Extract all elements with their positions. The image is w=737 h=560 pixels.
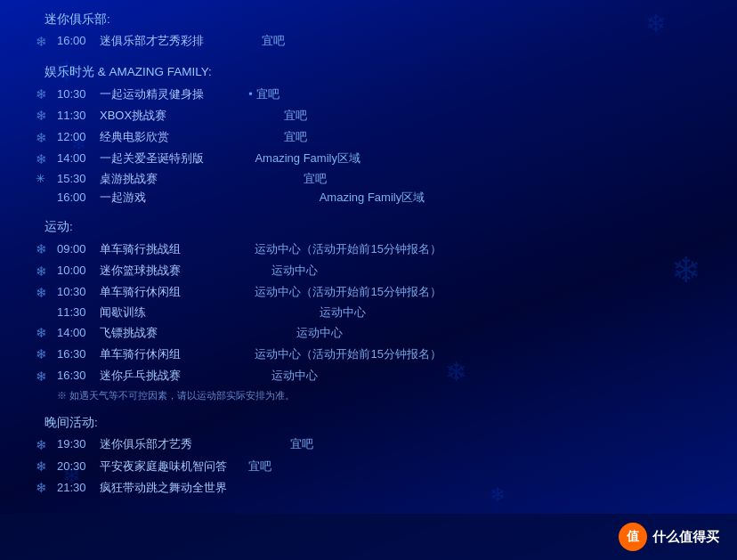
sports-icon-7: ❄ bbox=[36, 366, 57, 386]
sports-icon-5: ❄ bbox=[36, 322, 57, 343]
sports-act-6: 单车骑行休闲组 bbox=[100, 345, 242, 363]
ent-loc-5: 宜吧 bbox=[304, 170, 327, 188]
sports-loc-1: 运动中心（活动开始前15分钟报名） bbox=[255, 240, 441, 258]
sports-note: ※ 如遇天气等不可控因素，请以运动部实际安排为准。 bbox=[18, 388, 719, 403]
ent-loc-1: 宜吧 bbox=[256, 85, 279, 103]
sports-row-4: 11:30 闻歇训练 运动中心 bbox=[18, 304, 719, 321]
mini-club-loc-1: 宜吧 bbox=[262, 32, 285, 50]
ent-icon-4: ❄ bbox=[36, 149, 57, 169]
ent-row-2: ❄ 11:30 XBOX挑战赛 宜吧 bbox=[18, 105, 719, 126]
sports-loc-4: 运动中心 bbox=[320, 304, 366, 321]
ent-icon-1: ❄ bbox=[36, 84, 57, 104]
ent-row-1: ❄ 10:30 一起运动精灵健身操 • 宜吧 bbox=[18, 84, 719, 104]
ent-icon-5: ✳ bbox=[36, 170, 57, 188]
entertainment-title: 娱乐时光 & AMAZING FAMILY: bbox=[45, 63, 719, 82]
ent-time-6: 16:00 bbox=[57, 189, 100, 207]
eve-icon-3: ❄ bbox=[36, 477, 57, 498]
sports-time-4: 11:30 bbox=[57, 304, 100, 321]
mini-club-section: 迷你俱乐部: ❄ 16:00 迷俱乐部才艺秀彩排 宜吧 bbox=[18, 11, 719, 52]
sports-loc-2: 运动中心 bbox=[271, 262, 318, 280]
sports-row-3: ❄ 10:30 单车骑行休闲组 运动中心（活动开始前15分钟报名） bbox=[18, 282, 719, 303]
sports-time-3: 10:30 bbox=[57, 283, 100, 301]
sports-act-1: 单车骑行挑战组 bbox=[100, 240, 242, 258]
sports-icon-3: ❄ bbox=[36, 282, 57, 303]
evening-section: 晚间活动: ❄ 19:30 迷你俱乐部才艺秀 宜吧 ❄ 20:30 平安夜家庭趣… bbox=[18, 414, 719, 499]
ent-time-1: 10:30 bbox=[57, 85, 100, 103]
sports-loc-5: 运动中心 bbox=[296, 324, 343, 342]
watermark-icon: 值 bbox=[619, 523, 647, 551]
sports-section: 运动: ❄ 09:00 单车骑行挑战组 运动中心（活动开始前15分钟报名） ❄ … bbox=[18, 218, 719, 403]
mini-club-row-1: ❄ 16:00 迷俱乐部才艺秀彩排 宜吧 bbox=[18, 31, 719, 52]
sports-icon-2: ❄ bbox=[36, 261, 57, 281]
gap-2 bbox=[18, 207, 719, 218]
eve-loc-2: 宜吧 bbox=[248, 458, 271, 475]
eve-loc-1: 宜吧 bbox=[290, 435, 313, 453]
sports-act-5: 飞镖挑战赛 bbox=[100, 324, 242, 342]
eve-row-1: ❄ 19:30 迷你俱乐部才艺秀 宜吧 bbox=[18, 434, 719, 455]
gap-3 bbox=[18, 403, 719, 414]
sports-row-7: ❄ 16:30 迷你乒乓挑战赛 运动中心 bbox=[18, 366, 719, 386]
sports-icon-1: ❄ bbox=[36, 239, 57, 259]
sports-act-3: 单车骑行休闲组 bbox=[100, 283, 242, 301]
sports-time-6: 16:30 bbox=[57, 345, 100, 363]
sports-loc-6: 运动中心（活动开始前15分钟报名） bbox=[255, 345, 441, 363]
ent-icon-3: ❄ bbox=[36, 127, 57, 148]
content-area: 迷你俱乐部: ❄ 16:00 迷俱乐部才艺秀彩排 宜吧 娱乐时光 & AMAZI… bbox=[0, 0, 737, 560]
ent-time-4: 14:00 bbox=[57, 150, 100, 167]
ent-time-5: 15:30 bbox=[57, 170, 100, 188]
watermark-label: 什么值得买 bbox=[652, 529, 719, 546]
ent-time-2: 11:30 bbox=[57, 107, 100, 125]
sports-row-6: ❄ 16:30 单车骑行休闲组 运动中心（活动开始前15分钟报名） bbox=[18, 344, 719, 364]
ent-act-4: 一起关爱圣诞特别版 bbox=[100, 150, 242, 167]
ent-row-6: 16:00 一起游戏 Amazing Family区域 bbox=[18, 189, 719, 207]
eve-row-2: ❄ 20:30 平安夜家庭趣味机智问答 宜吧 bbox=[18, 456, 719, 476]
ent-loc-4: Amazing Family区域 bbox=[255, 150, 360, 167]
ent-row-5: ✳ 15:30 桌游挑战赛 宜吧 bbox=[18, 170, 719, 188]
ent-row-4: ❄ 14:00 一起关爱圣诞特别版 Amazing Family区域 bbox=[18, 149, 719, 169]
ent-act-6: 一起游戏 bbox=[100, 189, 242, 207]
ent-act-5: 桌游挑战赛 bbox=[100, 170, 242, 188]
sports-loc-7: 运动中心 bbox=[271, 367, 318, 385]
ent-act-2: XBOX挑战赛 bbox=[100, 107, 242, 125]
ent-loc-2: 宜吧 bbox=[284, 107, 307, 125]
eve-time-1: 19:30 bbox=[57, 435, 100, 453]
eve-icon-2: ❄ bbox=[36, 456, 57, 476]
ent-act-1: 一起运动精灵健身操 bbox=[100, 85, 242, 103]
ent-row-3: ❄ 12:00 经典电影欣赏 宜吧 bbox=[18, 127, 719, 148]
ent-loc-6: Amazing Family区域 bbox=[320, 189, 425, 207]
ent-icon-2: ❄ bbox=[36, 105, 57, 126]
entertainment-section: 娱乐时光 & AMAZING FAMILY: ❄ 10:30 一起运动精灵健身操… bbox=[18, 63, 719, 207]
main-screen: ❄ ❄ ❄ ❄ ❄ ❄ ❄ 迷你俱乐部: ❄ 16:00 迷俱乐部才艺秀彩排 宜… bbox=[0, 0, 737, 560]
evening-title: 晚间活动: bbox=[45, 414, 719, 433]
sports-row-5: ❄ 14:00 飞镖挑战赛 运动中心 bbox=[18, 322, 719, 343]
sports-row-2: ❄ 10:00 迷你篮球挑战赛 运动中心 bbox=[18, 261, 719, 281]
gap-1 bbox=[18, 53, 719, 63]
eve-act-1: 迷你俱乐部才艺秀 bbox=[100, 435, 242, 453]
ent-act-3: 经典电影欣赏 bbox=[100, 128, 242, 146]
eve-time-2: 20:30 bbox=[57, 458, 100, 475]
sports-row-1: ❄ 09:00 单车骑行挑战组 运动中心（活动开始前15分钟报名） bbox=[18, 239, 719, 259]
mini-club-title: 迷你俱乐部: bbox=[45, 11, 719, 29]
bullet-1: • bbox=[248, 85, 253, 103]
sports-loc-3: 运动中心（活动开始前15分钟报名） bbox=[255, 283, 441, 301]
mini-club-time-1: 16:00 bbox=[57, 32, 100, 50]
sports-act-2: 迷你篮球挑战赛 bbox=[100, 262, 242, 280]
eve-row-3: ❄ 21:30 疯狂带动跳之舞动全世界 bbox=[18, 477, 719, 498]
mini-club-act-1: 迷俱乐部才艺秀彩排 bbox=[100, 32, 242, 50]
sports-time-7: 16:30 bbox=[57, 367, 100, 385]
sports-time-2: 10:00 bbox=[57, 262, 100, 280]
bottom-bar: 值 什么值得买 bbox=[0, 514, 737, 560]
eve-icon-1: ❄ bbox=[36, 434, 57, 455]
sports-time-5: 14:00 bbox=[57, 324, 100, 342]
sports-icon-6: ❄ bbox=[36, 344, 57, 364]
sports-time-1: 09:00 bbox=[57, 240, 100, 258]
watermark: 值 什么值得买 bbox=[619, 523, 719, 551]
eve-time-3: 21:30 bbox=[57, 479, 100, 497]
ent-time-3: 12:00 bbox=[57, 128, 100, 146]
eve-act-2: 平安夜家庭趣味机智问答 bbox=[100, 458, 242, 475]
ent-loc-3: 宜吧 bbox=[284, 128, 307, 146]
row-icon-snowflake: ❄ bbox=[36, 31, 57, 52]
eve-act-3: 疯狂带动跳之舞动全世界 bbox=[100, 479, 242, 497]
sports-title: 运动: bbox=[45, 218, 719, 237]
sports-act-4: 闻歇训练 bbox=[100, 304, 242, 321]
